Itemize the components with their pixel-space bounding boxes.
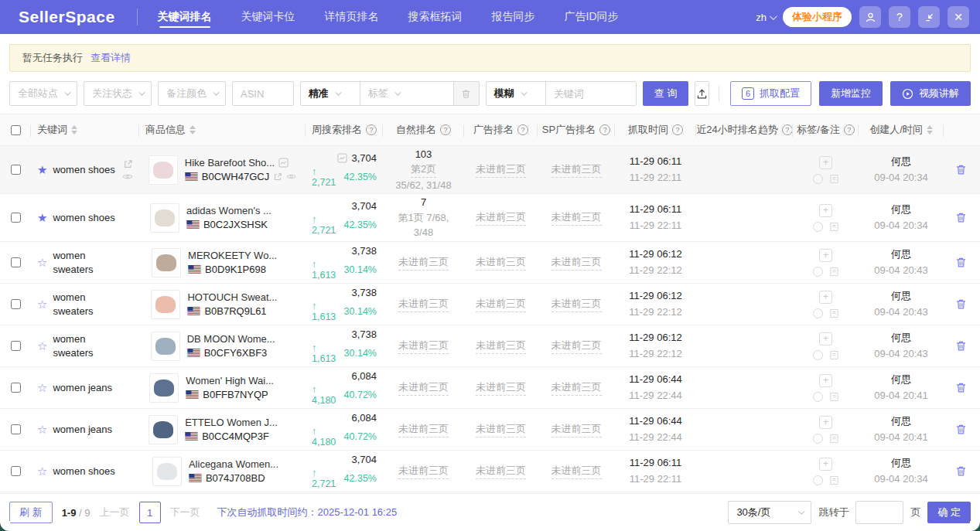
favorite-star-icon[interactable]: ★ [37,212,47,223]
note-icon[interactable] [829,434,839,444]
add-tag-button[interactable]: + [819,156,832,169]
note-color-circle[interactable] [813,475,823,485]
asin-input[interactable] [241,88,285,100]
export-button[interactable] [695,81,709,106]
sort-icon[interactable] [190,125,196,134]
note-color-circle[interactable] [813,350,823,360]
add-tag-button[interactable]: + [819,204,832,217]
favorite-star-icon[interactable]: ☆ [37,382,47,393]
nav-item-4[interactable]: 报告同步 [492,0,535,34]
current-page[interactable]: 1 [139,502,161,523]
note-color-circle[interactable] [813,174,823,184]
add-tag-button[interactable]: + [819,416,832,429]
page-size-select[interactable]: 30条/页 [728,501,811,524]
row-checkbox[interactable] [11,299,21,309]
confirm-button[interactable]: 确 定 [927,502,971,523]
product-title[interactable]: Women' High Wai... [186,375,274,386]
tag-select[interactable]: 标签 [360,81,454,106]
note-icon[interactable] [829,475,839,485]
jump-page-input[interactable] [855,501,903,524]
product-image[interactable] [149,155,178,185]
product-asin[interactable]: B074J708BD [206,472,265,484]
note-icon[interactable] [829,350,839,360]
product-title[interactable]: HOTOUCH Sweat... [187,291,277,303]
row-checkbox[interactable] [11,424,21,434]
favorite-star-icon[interactable]: ☆ [37,465,47,477]
row-checkbox[interactable] [11,165,21,175]
product-image[interactable] [152,248,181,277]
add-monitor-button[interactable]: 新增监控 [819,81,883,106]
delete-row-button[interactable] [955,465,967,477]
product-image[interactable] [152,457,182,486]
note-icon[interactable] [829,308,839,318]
product-title[interactable]: MEROKEETY Wo... [188,250,277,261]
column-header-9[interactable]: 创建人/时间 [859,114,944,145]
nav-item-5[interactable]: 广告ID同步 [565,0,619,34]
product-image[interactable] [151,290,180,319]
search-button[interactable]: 查 询 [643,81,689,106]
tag-match-select[interactable]: 精准 [300,81,360,106]
row-checkbox[interactable] [11,213,21,223]
column-header-0[interactable]: 关键词 [31,114,139,145]
add-tag-button[interactable]: + [819,291,832,304]
tag-clear-button[interactable] [453,81,480,106]
product-image[interactable] [151,332,180,361]
note-color-circle[interactable] [813,267,823,277]
add-tag-button[interactable]: + [819,332,832,345]
nav-item-3[interactable]: 搜索框拓词 [408,0,463,34]
product-image[interactable] [149,415,178,444]
prev-page-button[interactable]: 上一页 [100,505,130,519]
product-asin[interactable]: B0CFY6XBF3 [204,347,268,359]
mini-program-button[interactable]: 体验小程序 [783,7,852,27]
nav-item-0[interactable]: 关键词排名 [158,0,212,34]
add-tag-button[interactable]: + [819,458,832,471]
favorite-star-icon[interactable]: ☆ [37,257,47,268]
note-icon[interactable] [829,392,839,402]
product-title[interactable]: DB MOON Wome... [187,333,275,345]
nav-item-1[interactable]: 关键词卡位 [241,0,295,34]
close-window-button[interactable]: ✕ [948,6,969,28]
eye-icon[interactable] [122,173,133,180]
delete-row-button[interactable] [955,424,967,435]
add-tag-button[interactable]: + [819,249,832,262]
note-color-circle[interactable] [813,308,823,318]
column-header-1[interactable]: 商品信息 [139,114,306,145]
favorite-star-icon[interactable]: ☆ [37,340,47,352]
product-asin[interactable]: B0CWH47GCJ [202,171,269,182]
product-asin[interactable]: B0CC4MQP3F [202,431,269,442]
delete-row-button[interactable] [955,382,967,393]
product-asin[interactable]: B0FFB7NYQP [203,389,268,400]
favorite-star-icon[interactable]: ☆ [37,424,47,435]
trend-chart-icon[interactable] [278,158,289,168]
favorite-star-icon[interactable]: ★ [37,164,47,175]
share-icon[interactable] [123,159,133,169]
note-color-circle[interactable] [813,434,823,444]
product-asin[interactable]: B0B7RQ9L61 [204,305,266,317]
note-icon[interactable] [829,174,839,184]
select-all-checkbox[interactable] [11,125,21,135]
note-color-circle[interactable] [813,392,823,402]
delete-row-button[interactable] [955,164,967,175]
collapse-window-button[interactable] [918,6,940,28]
account-button[interactable] [859,6,881,28]
delete-row-button[interactable] [955,340,967,352]
view-details-link[interactable]: 查看详情 [90,51,131,65]
product-asin[interactable]: B0C2JXSHSK [203,219,268,230]
row-checkbox[interactable] [11,257,21,267]
product-asin[interactable]: B0D9K1P698 [205,264,266,275]
refresh-button[interactable]: 刷 新 [9,502,53,523]
eye-icon[interactable] [286,173,296,180]
follow-status-select[interactable]: 关注状态 [84,81,152,106]
add-tag-button[interactable]: + [819,374,832,387]
video-guide-button[interactable]: 视频讲解 [890,81,971,106]
nav-item-2[interactable]: 详情页排名 [325,0,379,34]
product-title[interactable]: adidas Women's ... [186,205,271,216]
delete-row-button[interactable] [955,212,967,223]
weekly-chart-icon[interactable] [337,153,347,163]
site-select[interactable]: 全部站点 [9,81,77,106]
share-icon[interactable] [273,172,282,182]
row-checkbox[interactable] [11,466,21,476]
delete-row-button[interactable] [955,298,967,310]
product-title[interactable]: ETTELO Women J... [185,417,278,428]
note-icon[interactable] [829,222,839,232]
